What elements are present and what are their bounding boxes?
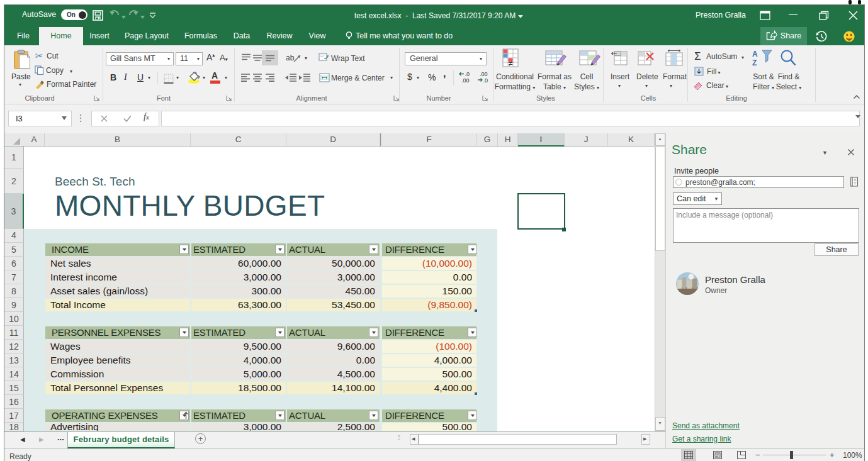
svg-text:.00: .00 <box>461 77 470 84</box>
svg-text:Z: Z <box>752 58 757 67</box>
svg-text:ab: ab <box>286 53 295 62</box>
svg-text:A: A <box>752 50 758 58</box>
svg-text:.0: .0 <box>465 71 470 77</box>
svg-text:≠: ≠ <box>509 59 513 68</box>
